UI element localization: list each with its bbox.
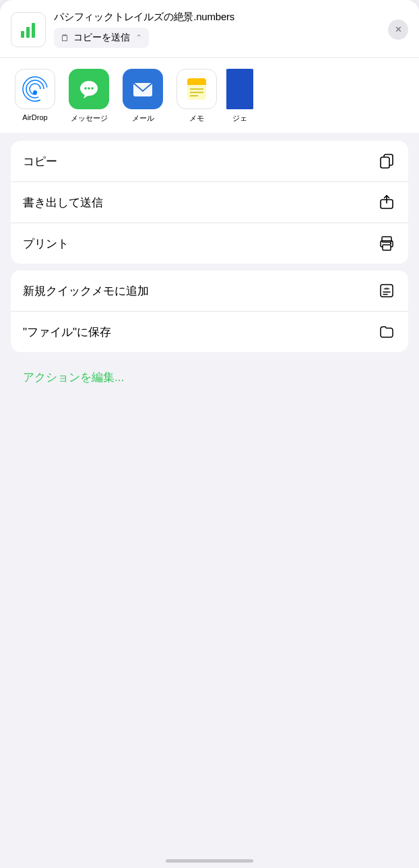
messages-label: メッセージ <box>71 113 108 123</box>
messages-icon-wrap <box>69 69 109 109</box>
file-icon <box>11 12 46 47</box>
svg-rect-22 <box>381 157 389 168</box>
apps-scroll: AirDrop メッセージ <box>0 69 419 123</box>
svg-point-27 <box>390 243 391 244</box>
header-center: パシフィックトレイルズの絶景.numbers 🗒 コピーを送信 ⌃ <box>54 11 380 48</box>
copy-icon <box>377 152 396 171</box>
share-sheet: パシフィックトレイルズの絶景.numbers 🗒 コピーを送信 ⌃ <box>0 0 419 57</box>
save-files-icon <box>377 322 396 341</box>
action-group-1: コピー 書き出して送信 プリント <box>11 141 408 264</box>
notes-label: メモ <box>189 113 204 123</box>
airdrop-icon-wrap <box>15 69 55 109</box>
header-row: パシフィックトレイルズの絶景.numbers 🗒 コピーを送信 ⌃ <box>11 11 408 57</box>
svg-rect-26 <box>383 245 391 250</box>
svg-rect-17 <box>187 82 206 85</box>
airdrop-label: AirDrop <box>22 113 47 121</box>
export-send-icon <box>377 193 396 212</box>
app-item-partial[interactable]: ジェ <box>226 69 253 123</box>
svg-point-5 <box>26 80 44 98</box>
chevron-down-icon: ⌃ <box>135 33 142 42</box>
export-send-action[interactable]: 書き出して送信 <box>11 182 408 223</box>
quick-note-icon <box>377 281 396 300</box>
mail-icon-wrap <box>123 69 163 109</box>
partial-icon-wrap <box>226 69 253 109</box>
svg-rect-28 <box>381 285 393 297</box>
print-icon <box>377 234 396 253</box>
actions-section: コピー 書き出して送信 プリント <box>0 133 419 868</box>
format-selector[interactable]: 🗒 コピーを送信 ⌃ <box>54 28 149 48</box>
file-title: パシフィックトレイルズの絶景.numbers <box>54 11 380 24</box>
save-files-action[interactable]: "ファイル"に保存 <box>11 312 408 352</box>
svg-rect-3 <box>32 23 35 38</box>
app-item-messages[interactable]: メッセージ <box>65 69 113 123</box>
edit-actions[interactable]: アクションを編集... <box>11 359 408 396</box>
svg-point-13 <box>91 87 94 90</box>
close-button[interactable] <box>388 20 408 40</box>
svg-rect-1 <box>21 31 24 38</box>
mail-label: メール <box>132 113 154 123</box>
home-indicator <box>166 859 253 863</box>
svg-point-11 <box>84 87 87 90</box>
svg-rect-24 <box>382 237 391 242</box>
app-item-airdrop[interactable]: AirDrop <box>11 69 59 123</box>
copy-label: コピー <box>23 154 57 169</box>
save-files-label: "ファイル"に保存 <box>23 324 111 340</box>
notes-icon-wrap <box>176 69 217 109</box>
app-item-notes[interactable]: メモ <box>172 69 221 123</box>
svg-point-12 <box>88 87 90 90</box>
edit-actions-label: アクションを編集... <box>23 371 124 384</box>
apps-section: AirDrop メッセージ <box>0 57 419 133</box>
svg-rect-2 <box>26 27 30 38</box>
print-label: プリント <box>23 236 69 252</box>
export-send-label: 書き出して送信 <box>23 195 103 210</box>
action-group-2: 新規クイックメモに追加 "ファイル"に保存 <box>11 270 408 352</box>
quick-note-action[interactable]: 新規クイックメモに追加 <box>11 270 408 312</box>
quick-note-label: 新規クイックメモに追加 <box>23 283 149 299</box>
format-doc-icon: 🗒 <box>61 33 69 43</box>
svg-marker-10 <box>84 94 89 98</box>
print-action[interactable]: プリント <box>11 223 408 264</box>
app-item-mail[interactable]: メール <box>119 69 167 123</box>
partial-label: ジェ <box>232 113 247 123</box>
copy-action[interactable]: コピー <box>11 141 408 182</box>
format-label: コピーを送信 <box>73 32 130 44</box>
svg-point-7 <box>33 90 37 94</box>
